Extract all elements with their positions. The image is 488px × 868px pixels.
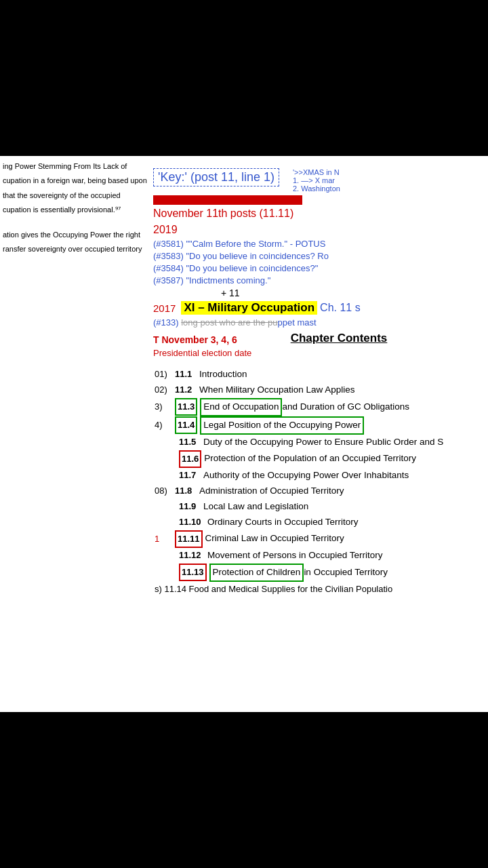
toc-item-11-13: 11.13 Protection of Children in Occupied…: [178, 564, 484, 582]
key-label: 'Key:' (post 11, line 1): [158, 170, 274, 184]
toc-item-11-8: 08) 11.8 Administration of Occupied Terr…: [153, 484, 484, 499]
red-highlight-bar: [153, 195, 302, 205]
year-2019: 2019: [153, 224, 484, 236]
toc-item-11-9: 11.9 Local Law and Legislation (#1357) "…: [178, 499, 484, 515]
toc-text-13b: in Occupied Territory: [304, 565, 388, 580]
main-column: 'Key:' (post 11, line 1) '>>XMAS in N 1.…: [149, 163, 488, 602]
toc-num-11: 1: [155, 532, 175, 547]
toc-sec-4-green: 11.4: [175, 416, 197, 434]
toc-text-11: Criminal Law in Occupied Territory: [205, 531, 344, 547]
toc-item-11-1: 01) 11.1 Introduction: [153, 367, 484, 382]
toc-item-cutoff: s) 11.14 Food and Medical Supplies for t…: [153, 582, 484, 597]
toc-item-11-11: 1 11.11 Criminal Law in Occupied Territo…: [153, 530, 484, 548]
year-2017-line: 2017 XI – Military Occupation Ch. 11 s: [153, 301, 484, 315]
toc-cutoff-text: s) 11.14 Food and Medical Supplies for t…: [155, 582, 392, 597]
stemming-text3: that the sovereignty of the occupied: [3, 191, 153, 201]
post-133-end: ppet mast: [278, 317, 317, 328]
post-3587: (#3587) "Indictments coming.": [153, 275, 484, 285]
plus-11: + 11: [221, 288, 484, 298]
xmas-col: '>>XMAS in N 1. —> X mar 2. Washington: [293, 168, 340, 193]
chapter-contents: T November 3, 4, 6 Presidential election…: [153, 332, 484, 597]
post-3584: (#3584) "Do you believe in coincidences?…: [153, 263, 484, 273]
bottom-black-bar: [0, 712, 488, 868]
toc-area: 01) 11.1 Introduction 02) 11.2 When Mili…: [153, 367, 484, 597]
presidential-election: Presidential election date: [153, 348, 251, 358]
toc-text-5: Duty of the Occupying Power to Ensure Pu…: [203, 435, 443, 450]
key-line: 'Key:' (post 11, line 1) '>>XMAS in N 1.…: [153, 168, 484, 193]
toc-item-11-2: 02) 11.2 When Military Occupation Law Ap…: [153, 382, 484, 398]
toc-num-1: 01): [155, 367, 175, 382]
key-selection-box: 'Key:' (post 11, line 1): [153, 168, 279, 186]
ch-label: Ch. 11 s: [320, 302, 361, 314]
toc-sec-10: 11.10: [179, 515, 207, 530]
toc-item-11-3: 3) 11.3 End of Occupation and Duration o…: [153, 398, 484, 416]
left-column: ing Power Stemming From Its Lack of cupa…: [0, 156, 156, 264]
toc-text-1: Introduction: [199, 367, 247, 382]
toc-sec-12: 11.12: [179, 548, 207, 563]
toc-text-8: Administration of Occupied Territory: [199, 484, 344, 499]
content-area: ing Power Stemming From Its Lack of cupa…: [0, 156, 488, 712]
toc-sec-8: 11.8: [175, 484, 199, 498]
toc-text-9: Local Law and Legislation: [203, 499, 308, 515]
toc-item-11-12: 11.12 Movement of Persons in Occupied Te…: [178, 548, 484, 564]
top-black-bar: [0, 0, 488, 156]
post-133-line: (#133) long post who are the puppet mast: [153, 317, 484, 328]
toc-sec-1: 11.1: [175, 367, 199, 382]
toc-num-3: 3): [155, 399, 175, 414]
stemming-text4: cupation is essentially provisional.⁹⁷: [3, 205, 153, 215]
stemming-text2: cupation in a foreign war, being based u…: [3, 176, 153, 186]
toc-sec-6-red: 11.6: [179, 450, 201, 468]
right-text2: ransfer sovereignty over occupied territ…: [3, 244, 153, 254]
toc-text-6: Protection of the Population of an Occup…: [204, 451, 416, 467]
post-133-start: (#133): [153, 317, 181, 328]
toc-item-11-5: 11.5 Duty of the Occupying Power to Ensu…: [178, 435, 484, 450]
toc-text-13-green: Protection of Children: [209, 564, 304, 582]
toc-text-7: Authority of the Occupying Power Over In…: [203, 468, 409, 484]
toc-text-10: Ordinary Courts in Occupied Territory: [207, 515, 359, 530]
xmas-label: '>>XMAS in N: [293, 168, 340, 176]
toc-text-12: Movement of Persons in Occupied Territor…: [207, 548, 383, 564]
november-line: November 11th posts (11.11): [153, 208, 484, 220]
toc-sec-13-red: 11.13: [179, 564, 207, 581]
toc-num-2: 02): [155, 382, 175, 397]
toc-num-4: 4): [155, 418, 175, 433]
xmas-item1: 1. —> X mar: [293, 176, 340, 184]
toc-text-4-green: Legal Position of the Occupying Power: [200, 416, 364, 435]
toc-num-8: 08): [155, 484, 175, 498]
toc-text-3b: and Duration of GC Obligations: [282, 399, 409, 415]
toc-sec-5: 11.5: [179, 435, 203, 450]
toc-sec-7: 11.7: [179, 468, 203, 483]
nov-date: T November 3, 4, 6: [153, 334, 237, 345]
toc-sec-9: 11.9: [179, 499, 203, 514]
stemming-text: ing Power Stemming From Its Lack of: [3, 161, 153, 172]
post-3583: (#3583) "Do you believe in coincidences?…: [153, 251, 484, 261]
xmas-item2: 2. Washington: [293, 184, 340, 193]
chapter-title: Chapter Contents: [194, 332, 484, 345]
toc-item-11-7: 11.7 Authority of the Occupying Power Ov…: [178, 468, 484, 484]
year-2017: 2017: [153, 302, 176, 314]
post-3581: (#3581) ""Calm Before the Storm." - POTU…: [153, 239, 484, 249]
post-133-mid: long post who are the pu: [181, 317, 277, 328]
toc-sec-11-red: 11.11: [175, 530, 203, 548]
toc-item-11-4: 4) 11.4 Legal Position of the Occupying …: [153, 416, 484, 435]
toc-text-2: When Military Occupation Law Applies: [199, 382, 355, 398]
toc-item-11-6: 11.6 Protection of the Population of an …: [178, 450, 484, 468]
toc-item-11-10: 11.10 Ordinary Courts in Occupied Territ…: [178, 515, 484, 530]
toc-sec-2: 11.2: [175, 382, 199, 397]
right-text1: ation gives the Occupying Power the righ…: [3, 230, 153, 240]
toc-sec-3-green: 11.3: [175, 398, 197, 416]
toc-text-3-green: End of Occupation: [200, 398, 282, 416]
xi-label: XI – Military Occupation: [181, 301, 317, 315]
